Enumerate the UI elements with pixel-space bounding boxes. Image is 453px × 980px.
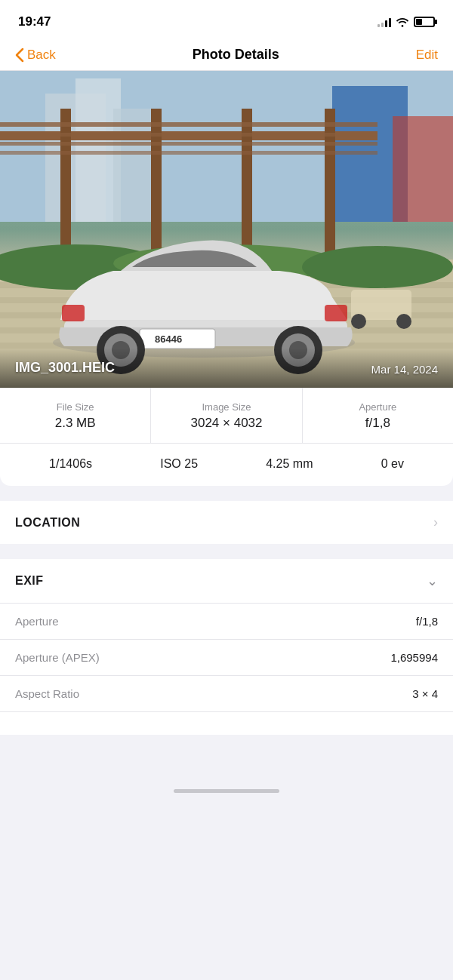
- status-icons: [378, 17, 435, 27]
- exif-row-partial: [0, 712, 453, 735]
- file-size-label: File Size: [8, 401, 143, 413]
- svg-rect-5: [393, 116, 453, 222]
- exif-key-partial: [15, 717, 18, 730]
- photo-filename: IMG_3001.HEIC: [15, 360, 115, 376]
- info-row-top: File Size 2.3 MB Image Size 3024 × 4032 …: [0, 388, 453, 444]
- file-size-cell: File Size 2.3 MB: [0, 388, 151, 443]
- svg-point-38: [396, 314, 411, 329]
- exif-val-aspect-ratio: 3 × 4: [412, 687, 438, 700]
- status-time: 19:47: [18, 14, 51, 29]
- chevron-down-icon: ⌄: [427, 573, 438, 589]
- info-row-bottom: 1/1406s ISO 25 4.25 mm 0 ev: [0, 444, 453, 486]
- bottom-spacer: [0, 735, 453, 780]
- image-size-label: Image Size: [159, 401, 294, 413]
- spec-shutter: 1/1406s: [49, 457, 92, 471]
- image-size-cell: Image Size 3024 × 4032: [151, 388, 302, 443]
- svg-rect-18: [0, 133, 378, 137]
- exif-val-partial: [435, 717, 438, 730]
- svg-rect-17: [0, 122, 378, 127]
- chevron-right-icon: ›: [433, 515, 438, 530]
- spec-iso: ISO 25: [160, 457, 198, 471]
- aperture-value: f/1,8: [310, 416, 445, 431]
- svg-rect-19: [0, 142, 378, 146]
- edit-button[interactable]: Edit: [416, 48, 438, 63]
- exif-row-aperture: Aperture f/1,8: [0, 604, 453, 640]
- photo-image: 86446: [0, 71, 453, 388]
- location-label: LOCATION: [15, 516, 80, 530]
- exif-row-aspect-ratio: Aspect Ratio 3 × 4: [0, 676, 453, 712]
- exif-key-aperture: Aperture: [15, 615, 59, 628]
- page-title: Photo Details: [193, 47, 279, 63]
- photo-container: 86446 IMG_3001.HEIC Mar 14, 2024: [0, 71, 453, 388]
- svg-point-37: [351, 314, 366, 329]
- exif-val-aperture: f/1,8: [416, 615, 438, 628]
- photo-date: Mar 14, 2024: [371, 363, 438, 376]
- location-section[interactable]: LOCATION ›: [0, 501, 453, 544]
- status-bar: 19:47: [0, 0, 453, 39]
- svg-rect-35: [325, 305, 347, 321]
- svg-text:86446: 86446: [155, 333, 182, 345]
- home-indicator: [0, 780, 453, 799]
- exif-label: EXIF: [15, 574, 44, 588]
- exif-row-aperture-apex: Aperture (APEX) 1,695994: [0, 640, 453, 676]
- photo-overlay: IMG_3001.HEIC Mar 14, 2024: [0, 348, 453, 388]
- battery-icon: [414, 17, 435, 27]
- svg-rect-34: [62, 305, 85, 321]
- aperture-cell: Aperture f/1,8: [303, 388, 453, 443]
- image-size-value: 3024 × 4032: [159, 416, 294, 431]
- spec-ev: 0 ev: [381, 457, 404, 471]
- wifi-icon: [396, 17, 409, 27]
- aperture-label: Aperture: [310, 401, 445, 413]
- exif-section: EXIF ⌄ Aperture f/1,8 Aperture (APEX) 1,…: [0, 559, 453, 735]
- file-size-value: 2.3 MB: [8, 416, 143, 431]
- exif-key-aperture-apex: Aperture (APEX): [15, 651, 100, 664]
- info-card: File Size 2.3 MB Image Size 3024 × 4032 …: [0, 388, 453, 486]
- nav-bar: Back Photo Details Edit: [0, 39, 453, 71]
- back-button[interactable]: Back: [15, 48, 56, 63]
- spec-focal: 4.25 mm: [266, 457, 313, 471]
- svg-rect-20: [0, 151, 378, 155]
- exif-val-aperture-apex: 1,695994: [390, 651, 438, 664]
- svg-point-23: [302, 246, 453, 288]
- exif-header[interactable]: EXIF ⌄: [0, 559, 453, 604]
- exif-key-aspect-ratio: Aspect Ratio: [15, 687, 79, 700]
- back-label: Back: [27, 48, 56, 63]
- signal-icon: [378, 17, 391, 27]
- home-bar: [174, 789, 279, 793]
